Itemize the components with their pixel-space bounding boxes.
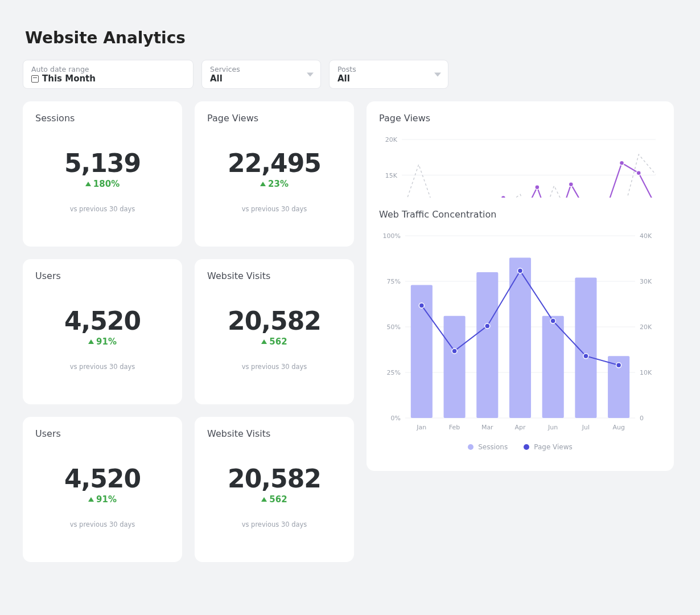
svg-text:20K: 20K <box>385 136 398 144</box>
stat-subtext: vs previous 30 days <box>242 363 307 371</box>
svg-point-62 <box>616 363 621 368</box>
chart-legend: Sessions Page Views <box>379 443 661 451</box>
svg-text:40K: 40K <box>640 232 652 240</box>
date-range-value: This Month <box>42 73 96 84</box>
svg-text:0: 0 <box>640 415 644 422</box>
stat-subtext: vs previous 30 days <box>70 520 135 528</box>
stat-delta: 180% <box>85 179 120 189</box>
services-value: All <box>210 73 223 84</box>
svg-point-60 <box>550 318 555 323</box>
stat-delta: 562 <box>261 494 287 505</box>
stat-title: Page Views <box>207 113 341 124</box>
stat-value: 20,582 <box>228 306 321 335</box>
posts-label: Posts <box>337 65 440 73</box>
stat-delta: 91% <box>88 494 117 505</box>
svg-text:Aug: Aug <box>612 424 624 431</box>
arrow-up-icon <box>85 182 91 186</box>
svg-text:0%: 0% <box>391 415 401 422</box>
stat-value: 4,520 <box>64 306 141 335</box>
svg-text:Jan: Jan <box>416 424 426 431</box>
services-label: Services <box>210 65 312 73</box>
date-range-filter[interactable]: Auto date range This Month <box>23 60 193 89</box>
chart-title: Web Traffic Concentration <box>379 209 661 220</box>
web-traffic-chart-card: Web Traffic Concentration 0%025%10K50%20… <box>367 198 674 471</box>
stat-value: 5,139 <box>64 149 141 178</box>
stat-subtext: vs previous 30 days <box>70 205 135 213</box>
svg-text:Jun: Jun <box>547 424 558 431</box>
chevron-down-icon <box>434 72 441 76</box>
svg-text:Feb: Feb <box>449 424 460 431</box>
arrow-up-icon <box>261 497 267 502</box>
stat-subtext: vs previous 30 days <box>70 363 135 371</box>
svg-point-19 <box>535 185 540 190</box>
svg-text:Jul: Jul <box>582 424 590 431</box>
stat-title: Sessions <box>35 113 170 124</box>
stat-title: Website Visits <box>207 428 341 439</box>
stat-card-website-visits: Website Visits 20,582 562 vs previous 30… <box>195 259 354 404</box>
svg-point-56 <box>419 303 424 308</box>
svg-text:50%: 50% <box>387 323 401 331</box>
svg-point-61 <box>583 354 588 359</box>
svg-point-21 <box>569 182 573 187</box>
date-range-label: Auto date range <box>31 65 185 73</box>
svg-text:Apr: Apr <box>514 424 526 431</box>
filter-bar: Auto date range This Month Services All … <box>23 60 677 89</box>
svg-text:30K: 30K <box>640 278 652 285</box>
stat-delta: 91% <box>88 337 117 347</box>
svg-text:75%: 75% <box>387 278 401 285</box>
svg-text:10K: 10K <box>640 369 652 376</box>
stat-delta: 562 <box>261 337 287 347</box>
svg-text:100%: 100% <box>383 232 401 240</box>
svg-text:20K: 20K <box>640 323 652 331</box>
page-title: Website Analytics <box>25 28 675 47</box>
svg-text:15K: 15K <box>385 172 398 179</box>
stat-card-users: Users 4,520 91% vs previous 30 days <box>23 259 182 404</box>
stat-delta: 23% <box>260 179 289 189</box>
svg-text:Mar: Mar <box>481 424 493 431</box>
chevron-down-icon <box>307 72 314 76</box>
stat-value: 4,520 <box>64 464 141 493</box>
svg-rect-44 <box>476 272 498 418</box>
stat-card-sessions: Sessions 5,139 180% vs previous 30 days <box>23 101 182 247</box>
stat-card-page-views: Page Views 22,495 23% vs previous 30 day… <box>195 101 354 247</box>
stat-value: 22,495 <box>228 149 321 178</box>
svg-text:25%: 25% <box>387 369 401 376</box>
svg-point-59 <box>518 268 523 273</box>
svg-rect-43 <box>444 316 466 418</box>
web-traffic-chart: 0%025%10K50%20K75%30K100%40KJanFebMarApr… <box>379 230 661 435</box>
stat-subtext: vs previous 30 days <box>242 205 307 213</box>
stat-subtext: vs previous 30 days <box>242 520 307 528</box>
legend-sessions: Sessions <box>468 443 508 451</box>
arrow-up-icon <box>261 339 267 344</box>
svg-point-24 <box>620 161 624 165</box>
stat-title: Users <box>35 270 170 281</box>
chart-title: Page Views <box>379 113 661 124</box>
legend-pageviews: Page Views <box>524 443 573 451</box>
arrow-up-icon <box>260 182 266 186</box>
stat-title: Users <box>35 428 170 439</box>
posts-value: All <box>337 73 350 84</box>
arrow-up-icon <box>88 339 94 344</box>
svg-point-58 <box>485 323 490 329</box>
svg-rect-46 <box>542 316 564 418</box>
calendar-icon <box>31 75 39 83</box>
stat-value: 20,582 <box>228 464 321 493</box>
services-filter[interactable]: Services All <box>201 60 321 89</box>
stat-card-website-visits-2: Website Visits 20,582 562 vs previous 30… <box>195 417 354 562</box>
stat-card-users-2: Users 4,520 91% vs previous 30 days <box>23 417 182 562</box>
stat-title: Website Visits <box>207 270 341 281</box>
arrow-up-icon <box>88 497 94 502</box>
svg-point-25 <box>636 171 641 175</box>
posts-filter[interactable]: Posts All <box>329 60 448 89</box>
svg-point-57 <box>452 348 457 354</box>
